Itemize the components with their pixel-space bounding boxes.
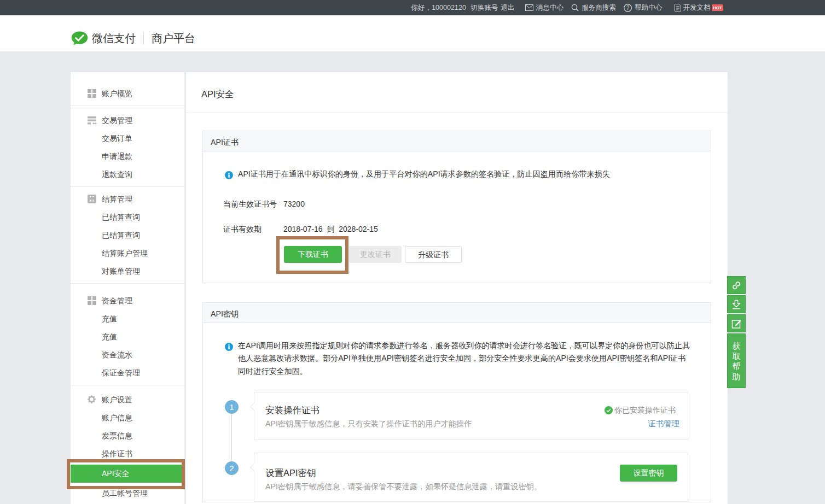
svg-text:?: ? [626,5,630,11]
